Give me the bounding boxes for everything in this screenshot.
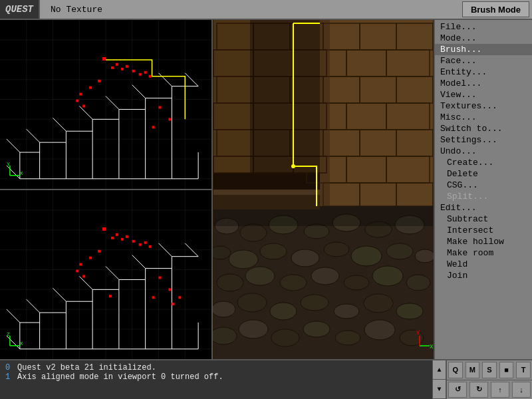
viewport-top-svg: X Y	[0, 20, 211, 189]
svg-rect-72	[121, 238, 124, 241]
svg-rect-69	[102, 227, 106, 231]
menu-item[interactable]: CSG...	[435, 180, 532, 191]
svg-rect-37	[82, 104, 85, 107]
svg-rect-87	[172, 303, 174, 305]
svg-rect-71	[116, 233, 118, 236]
app: QUEST No Texture Brush Mode	[0, 0, 532, 399]
menu-item[interactable]: Brush...	[435, 44, 532, 55]
menu-item[interactable]: Delete	[435, 168, 532, 180]
svg-point-158	[372, 266, 403, 286]
svg-point-177	[291, 164, 295, 168]
svg-rect-94	[320, 20, 433, 206]
tool-down-button[interactable]: ↓	[512, 382, 531, 398]
menu-item[interactable]: Make hollow	[435, 236, 532, 247]
svg-text:Z: Z	[7, 331, 10, 337]
svg-point-164	[334, 304, 359, 319]
menu-item[interactable]: Textures...	[435, 100, 532, 112]
view3d-svg: X Y	[213, 20, 434, 359]
log-area: 0Quest v2 beta 21 initialized.1Axis alig…	[0, 360, 432, 399]
svg-rect-136	[250, 20, 320, 173]
svg-rect-80	[79, 263, 82, 266]
tool-q-button[interactable]: Q	[448, 362, 463, 378]
svg-rect-83	[159, 276, 162, 279]
svg-point-151	[386, 243, 413, 259]
tool-s-button[interactable]: S	[482, 362, 497, 378]
quest-logo: QUEST	[0, 0, 40, 19]
svg-point-146	[229, 250, 258, 269]
svg-point-145	[213, 246, 231, 259]
tool-m-button[interactable]: M	[466, 362, 480, 378]
menu-item[interactable]: View...	[435, 89, 532, 100]
view3d[interactable]: X Y	[213, 20, 434, 359]
svg-rect-29	[132, 70, 135, 72]
menu-item[interactable]: Weld	[435, 259, 532, 270]
tool-undo-button[interactable]: ↺	[448, 382, 467, 398]
menu-item[interactable]: Misc...	[435, 112, 532, 123]
menu-item[interactable]: Undo...	[435, 146, 532, 157]
brush-mode-button[interactable]: Brush Mode	[462, 1, 529, 17]
svg-rect-73	[126, 235, 128, 238]
tool-up-button[interactable]: ↑	[491, 382, 509, 398]
svg-point-163	[301, 295, 329, 311]
menu-item[interactable]: Edit...	[435, 202, 532, 213]
topbar: QUEST No Texture Brush Mode	[0, 0, 532, 20]
menu-item[interactable]: File...	[435, 21, 532, 33]
logo-text: QUEST	[5, 4, 33, 15]
svg-point-168	[239, 320, 268, 338]
svg-rect-34	[89, 86, 92, 89]
svg-text:X: X	[20, 170, 23, 176]
svg-rect-88	[178, 296, 181, 299]
menu-item[interactable]: Mode...	[435, 33, 532, 44]
menu-item[interactable]: Settings...	[435, 134, 532, 146]
menu-item[interactable]: Face...	[435, 55, 532, 66]
svg-point-155	[280, 275, 307, 291]
svg-rect-84	[168, 288, 171, 291]
menu-item[interactable]: Switch to...	[435, 123, 532, 134]
svg-point-147	[260, 243, 287, 259]
svg-point-172	[364, 320, 395, 340]
svg-rect-36	[76, 100, 78, 102]
svg-point-162	[270, 303, 297, 320]
menu-item[interactable]: Make room	[435, 247, 532, 259]
menu-item[interactable]: Subtract	[435, 213, 532, 225]
menu-item: Split...	[435, 191, 532, 202]
bottom-bar: 0Quest v2 beta 21 initialized.1Axis alig…	[0, 359, 532, 399]
svg-rect-30	[139, 73, 142, 76]
svg-point-149	[324, 242, 349, 257]
svg-text:Y: Y	[416, 330, 420, 336]
svg-point-154	[245, 267, 275, 285]
svg-text:X: X	[20, 340, 23, 346]
menu-item[interactable]: Model...	[435, 78, 532, 89]
log-num: 1	[5, 372, 12, 382]
svg-rect-40	[152, 126, 155, 128]
svg-rect-79	[89, 257, 92, 259]
menu-item[interactable]: Entity...	[435, 66, 532, 78]
svg-point-139	[240, 224, 267, 241]
tool-t-button[interactable]: T	[516, 362, 531, 378]
scroll-up-button[interactable]: ▲	[433, 360, 446, 380]
viewport-bottom[interactable]: X Z	[0, 190, 211, 359]
menu-item[interactable]: Join	[435, 270, 532, 281]
svg-point-150	[351, 246, 382, 266]
svg-rect-38	[159, 106, 162, 108]
right-toolbar: Q M S ■ T ↺ ↻ ↑ ↓	[446, 360, 532, 399]
svg-point-152	[415, 249, 434, 263]
svg-point-156	[311, 267, 339, 285]
tool-redo-button[interactable]: ↻	[469, 382, 488, 398]
svg-rect-31	[144, 71, 147, 74]
menu-item[interactable]: Create...	[435, 157, 532, 168]
svg-point-167	[213, 327, 237, 344]
svg-rect-28	[126, 65, 128, 68]
svg-point-169	[271, 329, 299, 346]
svg-point-157	[344, 275, 369, 290]
svg-rect-176	[213, 190, 320, 195]
scroll-down-button[interactable]: ▼	[433, 380, 446, 399]
viewport-top[interactable]: X Y	[0, 20, 211, 190]
svg-rect-78	[98, 250, 100, 253]
log-text: Axis aligned mode in viewport 0 turned o…	[17, 372, 223, 382]
menu-item[interactable]: Intersect	[435, 225, 532, 236]
tool-square-button[interactable]: ■	[499, 362, 514, 378]
svg-rect-77	[149, 245, 152, 248]
svg-point-170	[303, 321, 330, 337]
log-num: 0	[5, 363, 12, 372]
